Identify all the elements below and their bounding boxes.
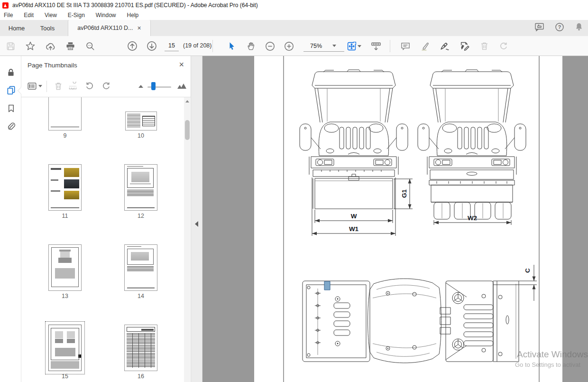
acrobat-logo-icon [2, 2, 9, 9]
attachments-panel-icon[interactable] [5, 121, 17, 132]
zoom-level-select[interactable]: 75% [303, 40, 344, 52]
zoom-in-icon[interactable] [281, 38, 297, 54]
star-icon[interactable] [22, 38, 38, 54]
acrobat-window: avP06td ARX110 DE St IIIA T3 3008839 210… [0, 0, 588, 382]
panel-header: Page Thumbnails × [21, 56, 191, 75]
thumbnail-preview[interactable] [48, 164, 82, 211]
dimension-w-label: W [351, 213, 357, 220]
thumbnail-page-number: 9 [64, 132, 67, 140]
scroll-up-icon[interactable] [185, 100, 189, 102]
bookmarks-panel-icon[interactable] [5, 102, 17, 114]
thumbnail-page[interactable]: 9 [27, 97, 103, 152]
panel-close-icon[interactable]: × [179, 60, 184, 69]
menu-help[interactable]: Help [127, 12, 139, 19]
notification-bell-icon[interactable] [575, 22, 583, 34]
select-tool-icon[interactable] [224, 38, 240, 54]
document-view[interactable]: G1 W W1 [202, 56, 588, 382]
print-icon[interactable] [62, 38, 78, 54]
share-upload-icon[interactable] [42, 38, 58, 54]
menu-view[interactable]: View [45, 12, 57, 19]
thumbnail-preview[interactable] [124, 244, 157, 291]
thumbnail-options-icon[interactable] [25, 79, 38, 93]
thumbnail-page[interactable]: 16 [103, 312, 179, 382]
thumbnail-preview[interactable] [48, 325, 82, 371]
zoom-level-value: 75% [310, 43, 322, 49]
thumbnail-page[interactable]: 10 [103, 97, 179, 152]
tab-close-icon[interactable]: × [138, 25, 141, 31]
technical-drawing: G1 W W1 [254, 56, 562, 382]
titlebar: avP06td ARX110 DE St IIIA T3 3008839 210… [0, 0, 588, 10]
page-number-input[interactable]: 15 [165, 40, 179, 51]
menu-edit[interactable]: Edit [24, 12, 34, 19]
edit-page-icon[interactable] [456, 38, 472, 54]
feedback-icon[interactable] [534, 23, 544, 33]
thumbnail-page[interactable]: 12 [103, 152, 179, 232]
zoom-out-icon[interactable] [262, 38, 278, 54]
thumbnail-page[interactable]: 13 [27, 232, 103, 312]
dimension-w1-label: W1 [349, 225, 359, 233]
tab-document[interactable]: avP06td ARX110 D... × [68, 20, 151, 36]
thumbnail-preview[interactable] [125, 112, 157, 130]
thumbnail-page[interactable]: 11 [27, 152, 103, 232]
panel-title: Page Thumbnails [28, 62, 77, 69]
page-thumbnails-panel-icon[interactable] [5, 84, 17, 96]
svg-text:?: ? [558, 24, 561, 30]
dimension-c-label: C [524, 268, 531, 273]
thumbnail-preview[interactable] [48, 244, 82, 291]
thumbnail-size-slider-handle[interactable] [151, 82, 156, 90]
thumbnail-page-number: 14 [138, 292, 144, 300]
save-icon[interactable] [2, 38, 18, 54]
menu-file[interactable]: File [4, 12, 13, 19]
fit-page-icon[interactable] [346, 38, 362, 54]
highlight-icon[interactable] [417, 38, 433, 54]
delete-pages-icon[interactable] [476, 38, 492, 54]
thumbnail-preview[interactable] [124, 325, 157, 371]
next-page-icon[interactable] [144, 38, 160, 54]
tab-document-label: avP06td ARX110 D... [77, 25, 133, 31]
panel-scrollbar[interactable] [184, 97, 190, 382]
content-area: Page Thumbnails × [0, 56, 588, 382]
zoom-out-thumbnails-icon[interactable] [134, 79, 147, 93]
scrollbar-thumb[interactable] [185, 120, 190, 140]
search-icon[interactable] [82, 38, 98, 54]
thumbnail-page[interactable]: 15 [27, 312, 103, 382]
activate-windows-watermark: Activate Windows [517, 349, 588, 360]
tab-home[interactable]: Home [3, 20, 30, 36]
panel-splitter[interactable] [191, 56, 202, 382]
rotate-ccw-icon[interactable] [83, 79, 96, 93]
chevron-down-icon [38, 85, 42, 87]
previous-page-icon[interactable] [124, 38, 140, 54]
rotate-cw-icon[interactable] [100, 79, 113, 93]
thumbnail-page-number: 16 [138, 373, 144, 380]
thumbnail-list: 9 10 11 12 13 14 15 16 [21, 97, 191, 382]
security-lock-icon[interactable] [5, 66, 17, 78]
thumbnail-page-number: 11 [62, 212, 68, 220]
tab-tools[interactable]: Tools [34, 20, 61, 36]
help-icon[interactable]: ? [555, 22, 564, 34]
menu-window[interactable]: Window [96, 12, 116, 19]
thumbnail-page-number: 15 [62, 373, 68, 380]
collapse-panel-icon[interactable] [195, 221, 198, 227]
thumbnail-page[interactable]: 14 [103, 232, 179, 312]
insert-page-icon[interactable] [66, 79, 79, 93]
thumbnail-page-number: 12 [138, 212, 144, 220]
chevron-down-icon [332, 45, 336, 47]
thumbnail-grid: 9 10 11 12 13 14 15 16 [21, 97, 191, 382]
sign-pen-icon[interactable] [437, 38, 453, 54]
activate-windows-watermark-subtext: Go to Settings to activat [515, 361, 580, 368]
menubar: File Edit View E-Sign Window Help [0, 10, 588, 20]
rotate-pages-icon[interactable] [496, 38, 512, 54]
divider [46, 81, 47, 92]
hand-tool-icon[interactable] [243, 38, 259, 54]
dimension-g1-label: G1 [401, 189, 408, 198]
scrolling-mode-icon[interactable] [368, 38, 384, 54]
dimension-w2-label: W2 [468, 214, 477, 222]
thumbnail-preview[interactable] [48, 97, 82, 130]
comment-icon[interactable] [397, 38, 413, 54]
divider [212, 40, 213, 52]
zoom-in-thumbnails-icon[interactable] [175, 79, 189, 93]
annotation-highlight[interactable] [324, 281, 330, 290]
thumbnail-preview[interactable] [124, 164, 157, 211]
menu-esign[interactable]: E-Sign [68, 12, 85, 19]
panel-delete-icon[interactable] [52, 79, 65, 93]
